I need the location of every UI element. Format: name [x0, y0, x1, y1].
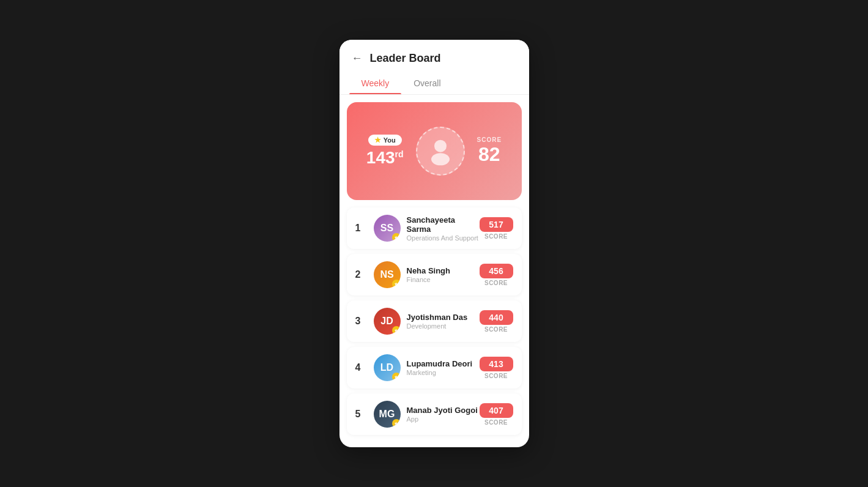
- avatar-3: JD ★: [374, 308, 401, 335]
- avatar-2: NS ★: [374, 261, 401, 288]
- rank-section: ★ You 143rd: [366, 135, 404, 168]
- svg-point-0: [434, 140, 447, 152]
- score-text-4: SCORE: [484, 373, 508, 379]
- hero-card: ★ You 143rd SCORE 82: [347, 102, 522, 200]
- score-pill-4: 413: [480, 357, 513, 371]
- list-item: 5 MG ★ Manab Jyoti Gogoi App 407 SCORE: [347, 393, 522, 435]
- rank-number-3: 3: [355, 316, 368, 327]
- svg-point-1: [431, 153, 450, 165]
- header: ← Leader Board: [339, 40, 529, 72]
- person-info-5: Manab Jyoti Gogoi App: [407, 406, 480, 423]
- person-dept-4: Marketing: [407, 369, 480, 376]
- score-pill-2: 456: [480, 264, 513, 278]
- phone-container: ← Leader Board Weekly Overall ★ You 143r…: [339, 40, 529, 447]
- rank-number-4: 4: [355, 362, 368, 373]
- avatar-4: LD ★: [374, 354, 401, 381]
- person-dept-3: Development: [407, 322, 480, 330]
- score-badge-1: 517 SCORE: [480, 217, 513, 240]
- person-info-3: Jyotishman Das Development: [407, 313, 480, 330]
- hero-avatar: [416, 127, 465, 176]
- list-item: 2 NS ★ Neha Singh Finance 456 SCORE: [347, 254, 522, 296]
- hero-score-label: SCORE: [477, 136, 502, 143]
- person-dept-1: Operations And Support: [407, 234, 480, 242]
- leaderboard-list: 1 SS ★ Sanchayeeta Sarma Operations And …: [339, 207, 529, 447]
- rank-number-5: 5: [355, 409, 368, 420]
- tab-weekly[interactable]: Weekly: [349, 72, 402, 94]
- avatar-star-5: ★: [392, 419, 401, 428]
- back-button[interactable]: ←: [349, 50, 365, 67]
- tab-bar: Weekly Overall: [339, 72, 529, 95]
- person-dept-2: Finance: [407, 276, 480, 283]
- person-name-4: Lupamudra Deori: [407, 359, 480, 368]
- hero-score-value: 82: [477, 143, 502, 166]
- person-info-4: Lupamudra Deori Marketing: [407, 359, 480, 376]
- you-label: You: [384, 136, 396, 144]
- person-info-1: Sanchayeeta Sarma Operations And Support: [407, 215, 480, 242]
- person-name-3: Jyotishman Das: [407, 313, 480, 322]
- avatar-1: SS ★: [374, 215, 401, 242]
- score-pill-5: 407: [480, 403, 513, 418]
- you-badge: ★ You: [368, 135, 402, 146]
- person-info-2: Neha Singh Finance: [407, 266, 480, 283]
- person-name-2: Neha Singh: [407, 266, 480, 275]
- avatar-star-1: ★: [392, 233, 401, 242]
- score-badge-5: 407 SCORE: [480, 403, 513, 426]
- avatar-5: MG ★: [374, 401, 401, 428]
- person-name-5: Manab Jyoti Gogoi: [407, 406, 480, 415]
- star-icon: ★: [374, 136, 381, 144]
- score-badge-3: 440 SCORE: [480, 310, 513, 333]
- score-text-5: SCORE: [484, 419, 508, 426]
- list-item: 3 JD ★ Jyotishman Das Development 440 SC…: [347, 300, 522, 342]
- score-pill-1: 517: [480, 217, 513, 232]
- hero-score-section: SCORE 82: [477, 136, 502, 166]
- person-dept-5: App: [407, 415, 480, 423]
- back-icon: ←: [352, 52, 363, 65]
- hero-avatar-silhouette: [422, 133, 459, 169]
- score-text-2: SCORE: [484, 280, 508, 286]
- rank-number-1: 1: [355, 223, 368, 234]
- score-text-1: SCORE: [484, 233, 508, 240]
- score-text-3: SCORE: [484, 326, 508, 333]
- list-item: 1 SS ★ Sanchayeeta Sarma Operations And …: [347, 207, 522, 249]
- rank-number-2: 2: [355, 269, 368, 280]
- person-name-1: Sanchayeeta Sarma: [407, 215, 480, 234]
- avatar-star-4: ★: [392, 373, 401, 381]
- page-title: Leader Board: [370, 52, 441, 65]
- list-item: 4 LD ★ Lupamudra Deori Marketing 413 SCO…: [347, 347, 522, 388]
- score-badge-2: 456 SCORE: [480, 264, 513, 286]
- tab-overall[interactable]: Overall: [401, 72, 453, 94]
- avatar-star-2: ★: [392, 280, 401, 288]
- score-pill-3: 440: [480, 310, 513, 325]
- hero-rank: 143rd: [366, 148, 404, 168]
- score-badge-4: 413 SCORE: [480, 357, 513, 379]
- avatar-star-3: ★: [392, 326, 401, 335]
